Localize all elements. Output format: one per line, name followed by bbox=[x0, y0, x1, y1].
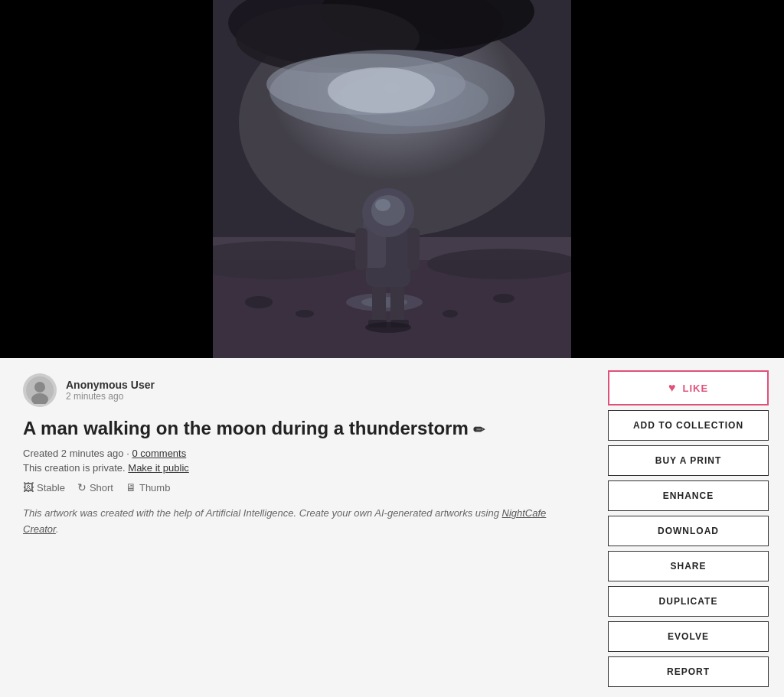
tag-thumb: 🖥 Thumb bbox=[126, 481, 170, 493]
svg-point-13 bbox=[245, 296, 273, 308]
artwork-title: A man walking on the moon during a thund… bbox=[23, 416, 570, 440]
tag-stable-label: Stable bbox=[37, 482, 65, 493]
download-button[interactable]: DOWNLOAD bbox=[608, 516, 769, 546]
svg-rect-20 bbox=[390, 283, 404, 325]
duplicate-button[interactable]: DUPLICATE bbox=[608, 586, 769, 617]
short-icon: ↻ bbox=[77, 481, 87, 493]
svg-point-15 bbox=[443, 310, 458, 318]
tag-short-label: Short bbox=[90, 482, 113, 493]
svg-rect-19 bbox=[372, 283, 386, 325]
meta-row: Created 2 minutes ago · 0 comments bbox=[23, 448, 570, 459]
tag-stable: 🖼 Stable bbox=[23, 481, 65, 493]
artwork-image bbox=[213, 0, 571, 358]
thumb-icon: 🖥 bbox=[126, 481, 136, 493]
heart-icon: ♥ bbox=[668, 381, 677, 395]
image-section bbox=[0, 0, 784, 358]
stable-icon: 🖼 bbox=[23, 481, 34, 493]
description: This artwork was created with the help o… bbox=[23, 506, 570, 538]
svg-rect-25 bbox=[355, 228, 368, 270]
tag-thumb-label: Thumb bbox=[139, 482, 170, 493]
like-button[interactable]: ♥ LIKE bbox=[608, 370, 769, 405]
tag-short: ↻ Short bbox=[77, 481, 113, 493]
edit-icon[interactable]: ✏ bbox=[473, 422, 485, 439]
user-time: 2 minutes ago bbox=[66, 391, 155, 402]
username: Anonymous User bbox=[66, 379, 155, 391]
right-panel: ♥ LIKE ADD TO COLLECTION BUY A PRINT ENH… bbox=[593, 358, 784, 697]
enhance-button[interactable]: ENHANCE bbox=[608, 480, 769, 511]
svg-point-28 bbox=[371, 195, 405, 226]
make-public-link[interactable]: Make it public bbox=[128, 462, 188, 474]
share-button[interactable]: SHARE bbox=[608, 551, 769, 581]
avatar bbox=[23, 373, 57, 407]
svg-point-8 bbox=[328, 67, 435, 113]
report-button[interactable]: REPORT bbox=[608, 656, 769, 687]
evolve-button[interactable]: EVOLVE bbox=[608, 621, 769, 652]
buy-a-print-button[interactable]: BUY A PRINT bbox=[608, 445, 769, 476]
svg-point-14 bbox=[493, 294, 514, 303]
svg-point-29 bbox=[375, 199, 390, 211]
svg-rect-26 bbox=[407, 228, 420, 270]
svg-point-32 bbox=[34, 382, 45, 392]
comments-link[interactable]: 0 comments bbox=[132, 448, 186, 459]
tags-row: 🖼 Stable ↻ Short 🖥 Thumb bbox=[23, 481, 570, 493]
left-panel: Anonymous User 2 minutes ago A man walki… bbox=[0, 358, 593, 697]
user-row: Anonymous User 2 minutes ago bbox=[23, 373, 570, 407]
svg-point-30 bbox=[365, 322, 411, 333]
privacy-row: This creation is private. Make it public bbox=[23, 462, 570, 474]
content-section: Anonymous User 2 minutes ago A man walki… bbox=[0, 358, 784, 697]
svg-point-16 bbox=[296, 310, 314, 318]
add-to-collection-button[interactable]: ADD TO COLLECTION bbox=[608, 410, 769, 441]
user-info: Anonymous User 2 minutes ago bbox=[66, 379, 155, 402]
